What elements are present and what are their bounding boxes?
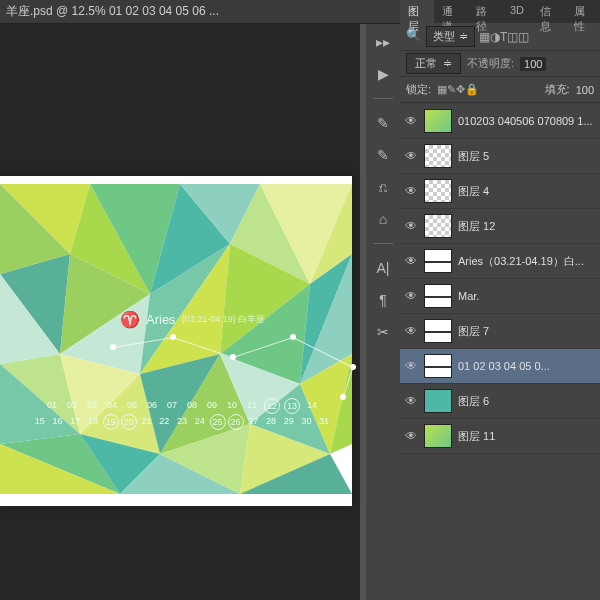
- layer-thumbnail[interactable]: [424, 249, 452, 273]
- layer-filter-icon[interactable]: ◫: [518, 30, 529, 44]
- tool-button-4[interactable]: ⎌: [371, 175, 395, 199]
- fill-label: 填充:: [545, 82, 570, 97]
- panel-tab-3D[interactable]: 3D: [502, 0, 532, 23]
- layer-thumbnail[interactable]: [424, 109, 452, 133]
- layer-row[interactable]: 👁图层 4: [400, 174, 600, 209]
- layer-row[interactable]: 👁图层 5: [400, 139, 600, 174]
- visibility-toggle[interactable]: 👁: [404, 394, 418, 408]
- layer-row[interactable]: 👁010203 040506 070809 1...: [400, 104, 600, 139]
- layer-thumbnail[interactable]: [424, 354, 452, 378]
- panel-tabs: 图层通道路径3D信息属性: [400, 0, 600, 23]
- visibility-toggle[interactable]: 👁: [404, 324, 418, 338]
- visibility-toggle[interactable]: 👁: [404, 359, 418, 373]
- layer-name[interactable]: Mar.: [458, 290, 596, 302]
- layer-thumbnail[interactable]: [424, 179, 452, 203]
- tool-button-5[interactable]: ⌂: [371, 207, 395, 231]
- panel-tab-信息[interactable]: 信息: [532, 0, 566, 23]
- opacity-label: 不透明度:: [467, 56, 514, 71]
- tool-button-7[interactable]: ¶: [371, 288, 395, 312]
- layer-name[interactable]: 图层 5: [458, 149, 596, 164]
- layer-name[interactable]: 图层 11: [458, 429, 596, 444]
- lock-icon[interactable]: ✥: [456, 83, 465, 95]
- filter-icon[interactable]: 🔍: [404, 28, 422, 46]
- panel-tab-图层[interactable]: 图层: [400, 0, 434, 23]
- layer-filter-icon[interactable]: ◑: [490, 30, 500, 44]
- lock-icon[interactable]: 🔒: [465, 83, 479, 95]
- panel-tab-通道[interactable]: 通道: [434, 0, 468, 23]
- tool-strip: ▸▸▶✎✎⎌⌂A|¶✂: [366, 24, 400, 600]
- layer-row[interactable]: 👁图层 12: [400, 209, 600, 244]
- layer-row[interactable]: 👁Aries（03.21-04.19）白...: [400, 244, 600, 279]
- layer-name[interactable]: Aries（03.21-04.19）白...: [458, 254, 596, 269]
- layer-thumbnail[interactable]: [424, 319, 452, 343]
- layer-filter-icon[interactable]: ▦: [479, 30, 490, 44]
- layer-name[interactable]: 图层 6: [458, 394, 596, 409]
- visibility-toggle[interactable]: 👁: [404, 149, 418, 163]
- layer-thumbnail[interactable]: [424, 389, 452, 413]
- panel-tab-属性[interactable]: 属性: [566, 0, 600, 23]
- lock-label: 锁定:: [406, 82, 431, 97]
- layer-row[interactable]: 👁图层 11: [400, 419, 600, 454]
- tool-button-6[interactable]: A|: [371, 256, 395, 280]
- layer-row[interactable]: 👁图层 6: [400, 384, 600, 419]
- constellation-graphic: [30, 324, 350, 404]
- visibility-toggle[interactable]: 👁: [404, 184, 418, 198]
- layer-name[interactable]: 图层 4: [458, 184, 596, 199]
- visibility-toggle[interactable]: 👁: [404, 254, 418, 268]
- tool-button-0[interactable]: ▸▸: [371, 30, 395, 54]
- aries-symbol-icon: ♈: [120, 310, 140, 329]
- aries-subtitle: (03.21-04.19) 白羊座: [182, 313, 266, 326]
- document-canvas[interactable]: ♈ Aries (03.21-04.19) 白羊座 01020304050607…: [0, 176, 352, 506]
- kind-filter-dropdown[interactable]: 类型 ≑: [426, 26, 475, 47]
- panel-tab-路径[interactable]: 路径: [468, 0, 502, 23]
- tool-button-1[interactable]: ▶: [371, 62, 395, 86]
- layer-name[interactable]: 图层 7: [458, 324, 596, 339]
- tool-button-8[interactable]: ✂: [371, 320, 395, 344]
- aries-title: Aries: [146, 312, 176, 327]
- layer-name[interactable]: 01 02 03 04 05 0...: [458, 360, 596, 372]
- layer-row[interactable]: 👁Mar.: [400, 279, 600, 314]
- layer-filter-icon[interactable]: ◫: [507, 30, 518, 44]
- visibility-toggle[interactable]: 👁: [404, 219, 418, 233]
- visibility-toggle[interactable]: 👁: [404, 289, 418, 303]
- visibility-toggle[interactable]: 👁: [404, 429, 418, 443]
- lock-icon[interactable]: ▦: [437, 83, 447, 95]
- layer-name[interactable]: 010203 040506 070809 1...: [458, 115, 596, 127]
- layer-name[interactable]: 图层 12: [458, 219, 596, 234]
- blend-mode-dropdown[interactable]: 正常≑: [406, 53, 461, 74]
- layer-thumbnail[interactable]: [424, 284, 452, 308]
- layers-list: 👁010203 040506 070809 1...👁图层 5👁图层 4👁图层 …: [400, 104, 600, 600]
- layer-thumbnail[interactable]: [424, 424, 452, 448]
- tool-button-2[interactable]: ✎: [371, 111, 395, 135]
- opacity-value[interactable]: 100: [520, 57, 546, 71]
- calendar-grid: 0102030405060708091011121314151617181920…: [32, 398, 332, 430]
- tool-button-3[interactable]: ✎: [371, 143, 395, 167]
- layer-row[interactable]: 👁01 02 03 04 05 0...: [400, 349, 600, 384]
- layer-thumbnail[interactable]: [424, 144, 452, 168]
- lock-icon[interactable]: ✎: [447, 83, 456, 95]
- canvas-area[interactable]: ♈ Aries (03.21-04.19) 白羊座 01020304050607…: [0, 24, 360, 600]
- layer-row[interactable]: 👁图层 7: [400, 314, 600, 349]
- layer-thumbnail[interactable]: [424, 214, 452, 238]
- fill-value[interactable]: 100: [576, 84, 594, 96]
- visibility-toggle[interactable]: 👁: [404, 114, 418, 128]
- aries-label: ♈ Aries (03.21-04.19) 白羊座: [120, 310, 265, 329]
